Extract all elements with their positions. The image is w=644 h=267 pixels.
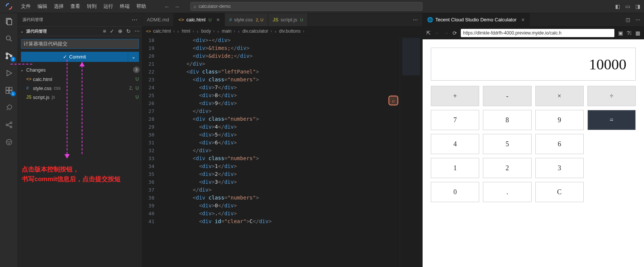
preview-url-input[interactable] [461,29,614,37]
line-gutter: 1819202122232425262728293031323334353637… [142,36,161,267]
breadcrumb-icon: <> [146,29,151,33]
search-icon: ⌕ [194,4,196,9]
calc-btn-.[interactable]: . [483,182,531,202]
layout-sidebar-left-icon[interactable]: ◧ [615,3,620,9]
more-icon[interactable]: ⋯ [635,17,640,22]
tab-calc.html[interactable]: <>calc.htmlU✕ [174,13,224,26]
breadcrumb-item[interactable]: main [222,28,232,34]
breadcrumb-item[interactable]: body [201,28,211,34]
view-as-tree-icon[interactable]: ≡ [103,28,106,34]
command-center-search[interactable]: ⌕ calculator-demo [190,2,423,11]
rocket-icon[interactable] [4,102,14,113]
close-icon[interactable]: ✕ [521,17,525,22]
preview-tab[interactable]: 🌐 Tecent Cloud Studio Demo Calculator ✕ [423,13,530,26]
calculator-app: 10000 +-×÷789=4561230.C [431,48,636,202]
menu-编辑[interactable]: 编辑 [34,2,50,11]
minimap[interactable] [400,36,422,267]
layout-sidebar-right-icon[interactable]: ◨ [635,3,640,9]
help-icon[interactable]: ?⃝ [627,30,632,36]
file-icon: JS [26,94,33,100]
changes-section-header[interactable]: ⌄ Changes 3 [18,65,142,75]
chevron-down-icon: ⌄ [20,68,26,72]
breadcrumb-item[interactable]: calc.html [153,28,171,34]
sync-icon[interactable]: ⊕ [118,28,123,34]
browser-forward-icon[interactable]: → [444,30,449,36]
calc-btn-0[interactable]: 0 [431,182,479,202]
open-external-icon[interactable]: ⇱ [426,30,431,36]
svg-point-17 [6,140,12,145]
split-editor-icon[interactable]: ◫ [626,17,630,22]
tab-overflow-icon[interactable]: ⋯ [408,13,422,26]
tab-style.css[interactable]: #style.css2, U [225,13,268,26]
svg-rect-1 [7,20,12,25]
scm-section-header[interactable]: ⌄ 源代码管理 ≡ ✓ ⊕ ↻ ⋯ [18,26,142,36]
svg-point-18 [7,141,8,142]
svg-point-4 [6,53,8,55]
breadcrumb-item[interactable]: div.buttons [279,28,300,34]
menu-终端[interactable]: 终端 [117,2,133,11]
menu-转到[interactable]: 转到 [84,2,100,11]
layout-panel-icon[interactable]: ▭ [625,3,630,9]
calc-btn-8[interactable]: 8 [483,110,531,130]
menu-查看[interactable]: 查看 [67,2,83,11]
search-activity-icon[interactable] [4,33,14,44]
copilot-icon[interactable] [4,137,14,147]
qrcode-icon[interactable]: ▦ [635,30,640,36]
file-icon: # [229,17,232,22]
breadcrumb-item[interactable]: html [182,28,190,34]
menu-选择[interactable]: 选择 [51,2,67,11]
changed-file-item[interactable]: JSscript.jsjsU [18,93,142,102]
preview-panel: 🌐 Tecent Cloud Studio Demo Calculator ✕ … [422,13,644,267]
file-icon: <> [178,17,184,22]
run-debug-icon[interactable] [4,68,14,78]
changed-file-item[interactable]: #style.csscss2,U [18,84,142,93]
more-actions-icon[interactable]: ⋯ [134,28,140,34]
calc-btn-3[interactable]: 3 [535,158,584,178]
editor-tabs: ADME.md <>calc.htmlU✕#style.css2, UJSscr… [142,13,422,27]
sidebar-more-icon[interactable]: ⋯ [131,16,137,23]
menu-运行[interactable]: 运行 [100,2,116,11]
commit-button[interactable]: ✓ Commit [21,52,128,62]
breadcrumb-item[interactable]: div.calculator [242,28,268,34]
nav-back-icon[interactable]: ← [164,3,170,10]
calc-btn-7[interactable]: 7 [431,110,479,130]
tab-script.js[interactable]: JSscript.jsU [268,13,308,26]
refresh-icon[interactable]: ↻ [126,28,131,34]
browser-back-icon[interactable]: ← [435,30,440,36]
commit-message-input[interactable] [21,39,139,49]
explorer-icon[interactable] [4,16,14,27]
commit-check-icon[interactable]: ✓ [110,28,114,34]
calc-equals[interactable]: = [587,110,636,130]
calc-op-÷[interactable]: ÷ [587,86,636,106]
calc-btn-5[interactable]: 5 [483,134,531,154]
browser-reload-icon[interactable]: ⟳ [453,30,457,36]
extensions-icon[interactable]: 1 [4,85,14,96]
calc-op-×[interactable]: × [535,86,584,106]
calc-btn-9[interactable]: 9 [535,110,584,130]
menu-帮助[interactable]: 帮助 [133,2,149,11]
nav-forward-icon[interactable]: → [174,3,180,10]
app-logo [0,3,18,10]
annotation-text: 点击版本控制按钮， 书写commit信息后，点击提交按短 [22,165,121,184]
calc-btn-1[interactable]: 1 [431,158,479,178]
code-editor[interactable]: <div>-</div> <div>&times;</div> <div>&di… [161,36,400,267]
calc-op-+[interactable]: + [431,86,479,106]
calc-btn-C[interactable]: C [535,182,584,202]
source-control-icon[interactable]: 3 [4,51,14,61]
calc-btn-4[interactable]: 4 [431,134,479,154]
commit-dropdown-button[interactable]: ⌄ [128,52,139,62]
main-menu: 文件编辑选择查看转到运行终端帮助 [18,2,149,11]
tab-readme[interactable]: ADME.md [142,13,174,26]
calc-btn-6[interactable]: 6 [535,134,584,154]
breadcrumb[interactable]: <>calc.html›⬨html›⬨body›⬨main›⬨div.calcu… [142,27,422,36]
close-icon[interactable]: ✕ [216,17,220,22]
devtools-icon[interactable]: ▣ [618,30,623,36]
breadcrumb-icon: ⬨ [177,29,179,33]
calc-op--[interactable]: - [483,86,531,106]
source-control-sidebar: 源代码管理 ⋯ ⌄ 源代码管理 ≡ ✓ ⊕ ↻ ⋯ ✓ [18,13,142,267]
changed-file-item[interactable]: <>calc.htmlU [18,75,142,84]
menu-文件[interactable]: 文件 [18,2,34,11]
find-marker-icon: ⌕ [388,96,398,105]
share-icon[interactable] [4,120,14,130]
calc-btn-2[interactable]: 2 [483,158,531,178]
